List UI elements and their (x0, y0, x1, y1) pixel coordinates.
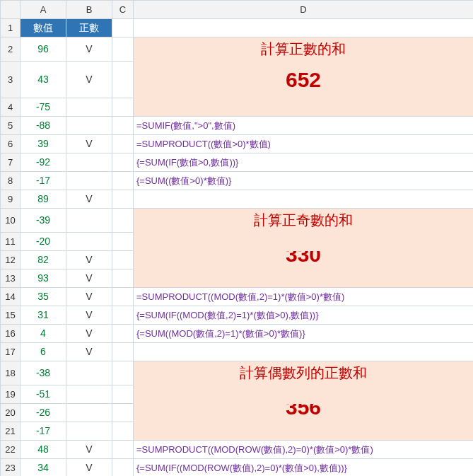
data-value[interactable]: -17 (21, 172, 66, 190)
data-mark[interactable]: V (66, 251, 112, 269)
cell[interactable] (112, 117, 134, 135)
cell[interactable] (112, 233, 134, 251)
data-value[interactable]: 82 (21, 251, 66, 269)
data-mark[interactable]: V (66, 62, 112, 98)
formula-cell[interactable]: {=SUM((數值>0)*數值)} (134, 172, 473, 190)
data-mark[interactable]: V (66, 343, 112, 361)
data-value[interactable]: 4 (21, 325, 66, 343)
cell[interactable] (112, 385, 134, 404)
row-header[interactable]: 14 (1, 288, 21, 306)
cell[interactable] (134, 343, 473, 361)
data-value[interactable]: 93 (21, 269, 66, 288)
col-header-C[interactable]: C (112, 1, 134, 19)
data-value[interactable]: -39 (21, 209, 66, 233)
cell[interactable] (112, 361, 134, 385)
section3-title[interactable]: 計算偶數列的正數和 (134, 361, 473, 385)
data-value[interactable]: -17 (21, 422, 66, 441)
formula-cell[interactable]: =SUMPRODUCT((數值>0)*數值) (134, 135, 473, 153)
cell[interactable] (134, 98, 473, 117)
data-value[interactable]: -51 (21, 385, 66, 404)
cell[interactable] (112, 251, 134, 269)
formula-cell[interactable]: =SUMPRODUCT((MOD(數值,2)=1)*(數值>0)*數值) (134, 288, 473, 306)
row-header[interactable]: 23 (1, 459, 21, 476)
cell[interactable] (112, 62, 134, 98)
data-mark[interactable]: V (66, 269, 112, 288)
row-header[interactable]: 16 (1, 325, 21, 343)
data-value[interactable]: -75 (21, 98, 66, 117)
data-mark[interactable]: V (66, 288, 112, 306)
cell[interactable] (112, 19, 134, 37)
data-value[interactable]: 96 (21, 37, 66, 62)
cell[interactable] (112, 441, 134, 459)
cell[interactable] (112, 459, 134, 476)
formula-cell[interactable]: {=SUM(IF((MOD(數值,2)=1)*(數值>0),數值))} (134, 306, 473, 325)
row-header[interactable]: 6 (1, 135, 21, 153)
data-mark[interactable]: V (66, 190, 112, 209)
data-mark[interactable] (66, 422, 112, 441)
data-mark[interactable]: V (66, 135, 112, 153)
cell[interactable] (112, 209, 134, 233)
row-header[interactable]: 4 (1, 98, 21, 117)
data-mark[interactable] (66, 233, 112, 251)
cell[interactable] (112, 190, 134, 209)
data-value[interactable]: -26 (21, 404, 66, 422)
section2-result[interactable] (134, 233, 473, 251)
cell[interactable] (112, 288, 134, 306)
row-header[interactable]: 3 (1, 62, 21, 98)
col-header-B[interactable]: B (66, 1, 112, 19)
cell[interactable] (112, 306, 134, 325)
row-header[interactable]: 21 (1, 422, 21, 441)
cell[interactable] (112, 172, 134, 190)
data-value[interactable]: 39 (21, 135, 66, 153)
row-header[interactable]: 11 (1, 233, 21, 251)
data-mark[interactable]: V (66, 325, 112, 343)
cell[interactable] (112, 343, 134, 361)
row-header[interactable]: 19 (1, 385, 21, 404)
data-value[interactable]: 31 (21, 306, 66, 325)
row-header[interactable]: 8 (1, 172, 21, 190)
row-header[interactable]: 17 (1, 343, 21, 361)
cell[interactable] (134, 19, 473, 37)
corner-cell[interactable] (1, 1, 21, 19)
data-value[interactable]: 34 (21, 459, 66, 476)
row-header[interactable]: 18 (1, 361, 21, 385)
section3-result[interactable] (134, 385, 473, 404)
formula-cell[interactable]: =SUMPRODUCT((MOD(ROW(數值),2)=0)*(數值>0)*數值… (134, 441, 473, 459)
section1-result[interactable]: 652 (134, 62, 473, 98)
row-header[interactable]: 20 (1, 404, 21, 422)
row-header[interactable]: 1 (1, 19, 21, 37)
data-mark[interactable] (66, 153, 112, 172)
row-header[interactable]: 22 (1, 441, 21, 459)
data-mark[interactable] (66, 385, 112, 404)
row-header[interactable]: 12 (1, 251, 21, 269)
data-mark[interactable]: V (66, 306, 112, 325)
data-value[interactable]: -92 (21, 153, 66, 172)
cell[interactable] (134, 422, 473, 441)
data-value[interactable]: 35 (21, 288, 66, 306)
cell[interactable] (112, 37, 134, 62)
cell[interactable] (134, 269, 473, 288)
data-mark[interactable] (66, 172, 112, 190)
table-header-value[interactable]: 數值 (21, 19, 66, 37)
section3-result-value[interactable]: 356 (134, 404, 473, 422)
data-mark[interactable]: V (66, 459, 112, 476)
formula-cell[interactable]: {=SUM(IF((MOD(ROW(數值),2)=0)*(數值>0),數值))} (134, 459, 473, 476)
data-value[interactable]: 89 (21, 190, 66, 209)
data-value[interactable]: 6 (21, 343, 66, 361)
section2-title[interactable]: 計算正奇數的和 (134, 209, 473, 233)
data-mark[interactable] (66, 98, 112, 117)
cell[interactable] (112, 135, 134, 153)
row-header[interactable]: 2 (1, 37, 21, 62)
data-value[interactable]: -88 (21, 117, 66, 135)
cell[interactable] (112, 325, 134, 343)
cell[interactable] (112, 153, 134, 172)
formula-cell[interactable]: {=SUM((MOD(數值,2)=1)*(數值>0)*數值)} (134, 325, 473, 343)
cell[interactable] (112, 98, 134, 117)
cell[interactable] (112, 269, 134, 288)
col-header-D[interactable]: D (134, 1, 473, 19)
row-header[interactable]: 9 (1, 190, 21, 209)
row-header[interactable]: 5 (1, 117, 21, 135)
row-header[interactable]: 10 (1, 209, 21, 233)
row-header[interactable]: 15 (1, 306, 21, 325)
col-header-A[interactable]: A (21, 1, 66, 19)
